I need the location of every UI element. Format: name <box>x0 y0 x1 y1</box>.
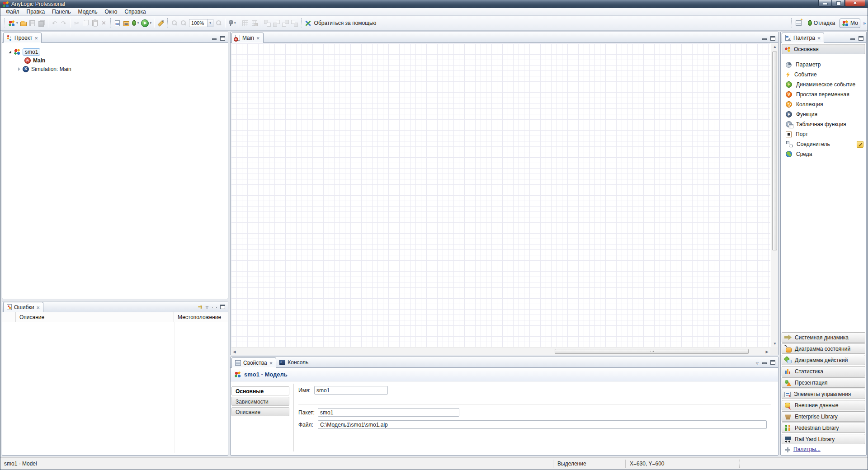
name-input[interactable] <box>314 386 388 395</box>
errors-column-description[interactable]: Описание <box>16 312 174 322</box>
palette-item-port[interactable]: Порт <box>781 129 866 139</box>
palette-item-table-function[interactable]: FТабличная функция <box>781 119 866 129</box>
send-to-back-button[interactable] <box>272 18 281 28</box>
maximize-panel-button[interactable] <box>770 36 775 41</box>
close-icon[interactable] <box>37 304 40 310</box>
delete-button[interactable]: ✕ <box>99 18 108 28</box>
menu-item-edit[interactable]: Правка <box>23 8 49 15</box>
zoom-level-combo[interactable]: 100%▾ <box>189 19 213 27</box>
debug-perspective-button[interactable]: Отладка <box>806 19 837 27</box>
palette-item-dynamic-event[interactable]: Динамическое событие <box>781 80 866 89</box>
tab-main-editor[interactable]: A Main <box>231 33 264 43</box>
run-button[interactable]: ▾ <box>140 18 153 28</box>
filter-icon[interactable] <box>198 304 202 310</box>
expander-closed-icon[interactable] <box>18 67 20 71</box>
scroll-down-arrow[interactable]: ▼ <box>771 340 778 347</box>
errors-table-body[interactable] <box>2 322 228 453</box>
package-input[interactable] <box>318 408 459 417</box>
close-icon[interactable] <box>256 35 260 41</box>
pin-button[interactable]: ▾ <box>227 18 237 28</box>
errors-column-location[interactable]: Местоположение <box>174 312 228 322</box>
menu-item-window[interactable]: Окно <box>101 8 121 15</box>
marker-button[interactable] <box>156 18 165 28</box>
palette-section-general[interactable]: Основная <box>782 44 865 54</box>
bring-forward-button[interactable] <box>281 18 290 28</box>
debug-run-button[interactable]: ▾ <box>131 18 140 28</box>
maximize-panel-button[interactable] <box>770 360 775 365</box>
nav-description[interactable]: Описание <box>231 407 289 416</box>
horizontal-scroll-thumb[interactable] <box>555 349 749 354</box>
zoom-to-selection-button[interactable] <box>170 18 179 28</box>
nav-dependencies[interactable]: Зависимости <box>231 397 289 406</box>
maximize-panel-button[interactable] <box>859 36 863 41</box>
palette-section-external-data[interactable]: Внешние данные <box>782 400 865 410</box>
model-perspective-button[interactable]: Мо <box>840 19 860 28</box>
close-icon[interactable] <box>817 35 821 41</box>
ask-for-help-button[interactable]: Обратиться за помощью <box>304 18 377 28</box>
close-icon[interactable] <box>35 35 38 41</box>
tree-item-simulation[interactable]: X Simulation: Main <box>2 65 228 73</box>
close-window-button[interactable] <box>845 0 865 7</box>
edit-pencil-icon[interactable] <box>857 141 863 148</box>
palette-section-presentation[interactable]: Презентация <box>782 377 865 388</box>
menu-item-panel[interactable]: Панель <box>48 8 74 15</box>
palette-item-collection[interactable]: Коллекция <box>781 99 866 109</box>
redo-button[interactable]: ↷ <box>59 18 68 28</box>
horizontal-scrollbar[interactable]: ◀ ▶ <box>231 348 770 355</box>
bring-to-front-button[interactable] <box>263 18 272 28</box>
tab-project[interactable]: Проект <box>3 33 42 43</box>
palette-section-statistics[interactable]: Статистика <box>782 366 865 376</box>
tab-console[interactable]: Консоль <box>276 357 311 367</box>
palette-section-rail-yard-library[interactable]: Rail Yard Library <box>782 434 865 444</box>
vertical-scrollbar[interactable]: ▲ ▼ <box>771 43 778 347</box>
minimize-window-button[interactable] <box>818 0 831 7</box>
palette-section-enterprise-library[interactable]: Enterprise Library <box>782 411 865 422</box>
minimize-panel-button[interactable] <box>212 307 217 308</box>
palette-item-connector[interactable]: Соединитель <box>781 139 866 149</box>
model-canvas[interactable] <box>231 43 770 347</box>
scroll-left-arrow[interactable]: ◀ <box>231 348 238 355</box>
view-menu-icon[interactable] <box>206 304 208 310</box>
zoom-out-button[interactable] <box>179 18 188 28</box>
snap-to-grid-button[interactable] <box>250 18 259 28</box>
expander-open-icon[interactable] <box>9 51 11 53</box>
tab-errors[interactable]: Ошибки <box>3 302 43 312</box>
palette-section-statechart[interactable]: Диаграмма состояний <box>782 343 865 354</box>
palette-section-system-dynamics[interactable]: Системная динамика <box>782 332 865 343</box>
open-button[interactable] <box>19 18 28 28</box>
palette-section-pedestrian-library[interactable]: Pedestrian Library <box>782 423 865 433</box>
palette-section-actionchart[interactable]: Диаграмма действий <box>782 355 865 365</box>
palette-item-variable[interactable]: VПростая переменная <box>781 89 866 99</box>
nav-general[interactable]: Основные <box>231 386 289 395</box>
save-all-button[interactable] <box>37 18 46 28</box>
scroll-up-arrow[interactable]: ▲ <box>771 43 778 50</box>
palette-item-parameter[interactable]: Параметр <box>781 60 866 70</box>
save-button[interactable] <box>28 18 37 28</box>
palette-item-function[interactable]: FФункция <box>781 109 866 119</box>
build-all-button[interactable] <box>122 18 131 28</box>
minimize-panel-button[interactable] <box>212 38 217 40</box>
copy-button[interactable] <box>81 18 90 28</box>
minimize-panel-button[interactable] <box>850 38 855 40</box>
menu-item-help[interactable]: Справка <box>121 8 150 15</box>
restore-window-button[interactable] <box>832 0 844 7</box>
toggle-grid-button[interactable] <box>241 18 250 28</box>
table-perspective-button[interactable] <box>794 19 803 27</box>
tab-palette[interactable]: Палитра <box>782 33 824 43</box>
tree-item-model[interactable]: smo1 <box>2 47 228 56</box>
send-backward-button[interactable] <box>290 18 299 28</box>
palette-section-controls[interactable]: Элементы управления <box>782 389 865 399</box>
file-input[interactable] <box>318 420 767 429</box>
menu-item-file[interactable]: Файл <box>2 8 23 15</box>
build-button[interactable] <box>113 18 122 28</box>
minimize-panel-button[interactable] <box>762 38 767 40</box>
vertical-scroll-thumb[interactable] <box>772 52 777 250</box>
close-icon[interactable] <box>269 360 273 366</box>
new-model-button[interactable]: ▾ <box>7 18 19 28</box>
minimize-panel-button[interactable] <box>762 362 767 364</box>
paste-button[interactable] <box>90 18 99 28</box>
cut-button[interactable]: ✂ <box>72 18 81 28</box>
maximize-panel-button[interactable] <box>220 305 225 309</box>
palettes-more-link[interactable]: Палитры... <box>793 446 821 452</box>
undo-button[interactable]: ↶ <box>50 18 59 28</box>
